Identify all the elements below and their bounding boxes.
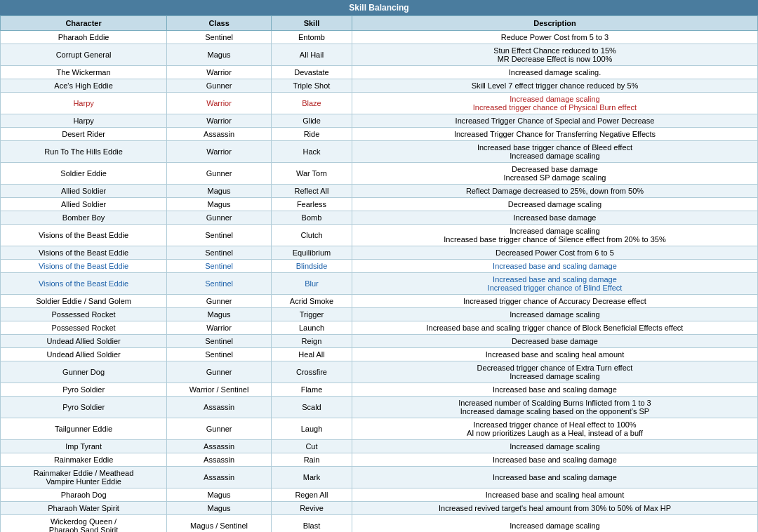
cell-character: Undead Allied Soldier xyxy=(1,335,167,348)
table-row: Allied Soldier Magus Reflect All Reflect… xyxy=(1,185,758,198)
cell-character: Visions of the Beast Eddie xyxy=(1,225,167,246)
cell-character: Rainmaker Eddie / MeatheadVampire Hunter… xyxy=(1,467,167,488)
cell-skill: Trigger xyxy=(272,308,352,321)
cell-class: Assassin xyxy=(167,128,272,141)
cell-class: Assassin xyxy=(167,440,272,453)
table-row: Corrupt General Magus All Hail Stun Effe… xyxy=(1,44,758,66)
cell-class: Warrior xyxy=(167,141,272,163)
cell-skill: Revive xyxy=(272,502,352,515)
cell-class: Sentinel xyxy=(167,348,272,361)
cell-class: Sentinel xyxy=(167,273,272,295)
cell-skill: Entomb xyxy=(272,31,352,44)
cell-skill: Glide xyxy=(272,114,352,128)
cell-character: Run To The Hills Eddie xyxy=(1,141,167,163)
cell-character: Harpy xyxy=(1,93,167,114)
cell-description: Increased damage scalingIncreased base t… xyxy=(352,225,757,246)
cell-class: Warrior xyxy=(167,321,272,335)
cell-description: Decreased damage scaling xyxy=(352,198,757,211)
cell-class: Magus xyxy=(167,308,272,321)
cell-skill: Rain xyxy=(272,453,352,467)
cell-character: Bomber Boy xyxy=(1,211,167,225)
cell-class: Sentinel xyxy=(167,31,272,44)
cell-character: Desert Rider xyxy=(1,128,167,141)
cell-class: Assassin xyxy=(167,397,272,418)
cell-skill: Bomb xyxy=(272,211,352,225)
cell-description: Increased base and scaling trigger chanc… xyxy=(352,321,757,335)
table-row: Pyro Soldier Warrior / Sentinel Flame In… xyxy=(1,383,758,397)
cell-skill: Devastate xyxy=(272,66,352,79)
cell-character: Wickerdog Queen /Pharaoh Sand Spirit xyxy=(1,515,167,533)
table-row: Visions of the Beast Eddie Sentinel Blin… xyxy=(1,260,758,273)
cell-class: Magus xyxy=(167,488,272,502)
cell-description: Reflect Damage decreased to 25%, down fr… xyxy=(352,185,757,198)
cell-character: Visions of the Beast Eddie xyxy=(1,273,167,295)
table-row: Wickerdog Queen /Pharaoh Sand Spirit Mag… xyxy=(1,515,758,533)
cell-skill: Mark xyxy=(272,467,352,488)
cell-class: Magus xyxy=(167,185,272,198)
cell-description: Reduce Power Cost from 5 to 3 xyxy=(352,31,757,44)
cell-character: Pyro Soldier xyxy=(1,397,167,418)
cell-skill: Reflect All xyxy=(272,185,352,198)
table-row: Harpy Warrior Blaze Increased damage sca… xyxy=(1,93,758,114)
cell-description: Increased base trigger chance of Bleed e… xyxy=(352,141,757,163)
table-row: Run To The Hills Eddie Warrior Hack Incr… xyxy=(1,141,758,163)
cell-class: Gunner xyxy=(167,211,272,225)
cell-description: Stun Effect Chance reduced to 15%MR Decr… xyxy=(352,44,757,66)
table-row: Possessed Rocket Warrior Launch Increase… xyxy=(1,321,758,335)
table-row: Harpy Warrior Glide Increased Trigger Ch… xyxy=(1,114,758,128)
cell-character: Possessed Rocket xyxy=(1,308,167,321)
cell-description: Increased base damage xyxy=(352,211,757,225)
cell-character: Rainmaker Eddie xyxy=(1,453,167,467)
cell-character: Soldier Eddie xyxy=(1,163,167,185)
cell-character: Undead Allied Soldier xyxy=(1,348,167,361)
table-row: Pyro Soldier Assassin Scald Increased nu… xyxy=(1,397,758,418)
table-row: Gunner Dog Gunner Crossfire Decreased tr… xyxy=(1,361,758,383)
cell-class: Assassin xyxy=(167,467,272,488)
cell-skill: Acrid Smoke xyxy=(272,295,352,308)
cell-class: Gunner xyxy=(167,295,272,308)
table-row: Ace's High Eddie Gunner Triple Shot Skil… xyxy=(1,79,758,93)
cell-character: Visions of the Beast Eddie xyxy=(1,246,167,260)
page-title: Skill Balancing xyxy=(0,0,758,15)
table-row: Undead Allied Soldier Sentinel Reign Dec… xyxy=(1,335,758,348)
table-row: Rainmaker Eddie Assassin Rain Increased … xyxy=(1,453,758,467)
table-row: Bomber Boy Gunner Bomb Increased base da… xyxy=(1,211,758,225)
table-row: Visions of the Beast Eddie Sentinel Clut… xyxy=(1,225,758,246)
cell-class: Assassin xyxy=(167,453,272,467)
cell-description: Increased base and scaling heal amount xyxy=(352,488,757,502)
cell-class: Gunner xyxy=(167,163,272,185)
cell-skill: Blur xyxy=(272,273,352,295)
table-row: Visions of the Beast Eddie Sentinel Blur… xyxy=(1,273,758,295)
cell-skill: All Hail xyxy=(272,44,352,66)
table-row: Possessed Rocket Magus Trigger Increased… xyxy=(1,308,758,321)
table-row: Tailgunner Eddie Gunner Laugh Increased … xyxy=(1,418,758,440)
cell-description: Increased trigger chance of Heal effect … xyxy=(352,418,757,440)
cell-description: Increased base and scaling damage xyxy=(352,383,757,397)
cell-character: Pharaoh Eddie xyxy=(1,31,167,44)
cell-skill: Fearless xyxy=(272,198,352,211)
header-class: Class xyxy=(167,16,272,31)
table-row: Imp Tyrant Assassin Cut Increased damage… xyxy=(1,440,758,453)
cell-character: Possessed Rocket xyxy=(1,321,167,335)
cell-description: Increased base and scaling damage xyxy=(352,453,757,467)
cell-character: Pyro Soldier xyxy=(1,383,167,397)
cell-character: Tailgunner Eddie xyxy=(1,418,167,440)
cell-class: Sentinel xyxy=(167,335,272,348)
cell-skill: Launch xyxy=(272,321,352,335)
cell-skill: Reign xyxy=(272,335,352,348)
cell-class: Gunner xyxy=(167,418,272,440)
table-row: Pharaoh Water Spirit Magus Revive Increa… xyxy=(1,502,758,515)
cell-description: Increased Trigger Chance for Transferrin… xyxy=(352,128,757,141)
cell-skill: Hack xyxy=(272,141,352,163)
cell-skill: Blaze xyxy=(272,93,352,114)
cell-skill: Equilibrium xyxy=(272,246,352,260)
cell-class: Magus xyxy=(167,44,272,66)
cell-description: Increased damage scaling xyxy=(352,515,757,533)
cell-character: Imp Tyrant xyxy=(1,440,167,453)
cell-character: Ace's High Eddie xyxy=(1,79,167,93)
cell-description: Decreased base damageIncreased SP damage… xyxy=(352,163,757,185)
cell-description: Increased number of Scalding Burns Infli… xyxy=(352,397,757,418)
cell-description: Increased base and scaling damage xyxy=(352,260,757,273)
cell-skill: Blindside xyxy=(272,260,352,273)
cell-skill: Clutch xyxy=(272,225,352,246)
